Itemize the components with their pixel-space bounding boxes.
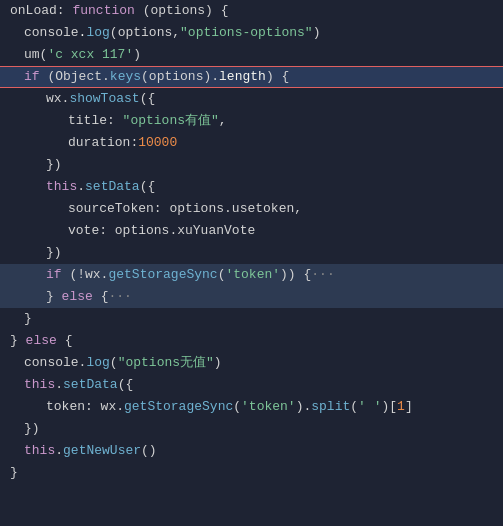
token-plain: ) — [313, 22, 321, 44]
token-plain: }) — [24, 418, 40, 440]
code-line-12[interactable]: }) — [0, 242, 503, 264]
token-string: ' ' — [358, 396, 381, 418]
token-method: getStorageSync — [108, 264, 217, 286]
token-property: length — [219, 66, 266, 88]
token-plain: wx. — [46, 88, 69, 110]
code-line-17[interactable]: console.log("options无值") — [0, 352, 503, 374]
token-plain: (Object. — [40, 66, 110, 88]
token-keyword: this — [24, 440, 55, 462]
token-keyword: else — [62, 286, 93, 308]
code-line-7[interactable]: duration:10000 — [0, 132, 503, 154]
token-keyword: if — [46, 264, 62, 286]
code-line-13[interactable]: if (!wx.getStorageSync('token')) {··· — [0, 264, 503, 286]
token-number: 1 — [397, 396, 405, 418]
token-keyword: this — [46, 176, 77, 198]
code-line-22[interactable]: } — [0, 462, 503, 484]
token-plain: ( — [350, 396, 358, 418]
token-plain: um( — [24, 44, 47, 66]
token-plain: { — [93, 286, 109, 308]
token-ellipsis: ··· — [311, 264, 334, 286]
code-line-3[interactable]: um('c xcx 117') — [0, 44, 503, 66]
token-plain: ) — [214, 352, 222, 374]
token-plain: (options, — [110, 22, 180, 44]
token-plain: ). — [296, 396, 312, 418]
code-line-18[interactable]: this.setData({ — [0, 374, 503, 396]
code-line-19[interactable]: token: wx.getStorageSync('token').split(… — [0, 396, 503, 418]
token-plain: ( — [233, 396, 241, 418]
token-plain: } — [46, 286, 62, 308]
token-keyword: this — [24, 374, 55, 396]
token-plain: . — [77, 176, 85, 198]
token-string: "options-options" — [180, 22, 313, 44]
token-plain: } — [24, 308, 32, 330]
token-plain: ({ — [118, 374, 134, 396]
token-plain: ( — [110, 352, 118, 374]
code-line-11[interactable]: vote: options.xuYuanVote — [0, 220, 503, 242]
code-line-10[interactable]: sourceToken: options.usetoken, — [0, 198, 503, 220]
token-string: 'c xcx 117' — [47, 44, 133, 66]
token-string: "options有值" — [123, 110, 219, 132]
code-line-8[interactable]: }) — [0, 154, 503, 176]
token-plain: title: — [68, 110, 123, 132]
token-plain: , — [219, 110, 227, 132]
token-plain: ] — [405, 396, 413, 418]
token-method: getStorageSync — [124, 396, 233, 418]
code-line-15[interactable]: } — [0, 308, 503, 330]
token-string: 'token' — [225, 264, 280, 286]
token-plain: token: wx. — [46, 396, 124, 418]
token-plain: vote: options.xuYuanVote — [68, 220, 255, 242]
token-plain: () — [141, 440, 157, 462]
code-line-20[interactable]: }) — [0, 418, 503, 440]
token-plain: ({ — [140, 88, 156, 110]
token-plain: onLoad: — [10, 0, 72, 22]
code-line-5[interactable]: wx.showToast({ — [0, 88, 503, 110]
token-string: 'token' — [241, 396, 296, 418]
token-plain: ( — [218, 264, 226, 286]
token-method: split — [311, 396, 350, 418]
token-ellipsis: ··· — [108, 286, 131, 308]
code-line-6[interactable]: title: "options有值", — [0, 110, 503, 132]
token-plain: (options) { — [135, 0, 229, 22]
token-method: showToast — [69, 88, 139, 110]
token-keyword: function — [72, 0, 134, 22]
token-plain: ) { — [266, 66, 289, 88]
token-keyword: if — [24, 66, 40, 88]
token-plain: } — [10, 330, 26, 352]
code-editor: onLoad: function (options) {console.log(… — [0, 0, 503, 526]
code-line-21[interactable]: this.getNewUser() — [0, 440, 503, 462]
token-plain: console. — [24, 352, 86, 374]
token-method: setData — [85, 176, 140, 198]
token-plain: } — [10, 462, 18, 484]
token-plain: sourceToken: options.usetoken, — [68, 198, 302, 220]
token-method: getNewUser — [63, 440, 141, 462]
code-line-16[interactable]: } else { — [0, 330, 503, 352]
code-line-4[interactable]: if (Object.keys(options).length) { — [0, 66, 503, 88]
code-line-1[interactable]: onLoad: function (options) { — [0, 0, 503, 22]
token-keyword: else — [26, 330, 57, 352]
token-method: log — [86, 22, 109, 44]
token-plain: . — [55, 440, 63, 462]
token-plain: }) — [46, 242, 62, 264]
token-plain: (!wx. — [62, 264, 109, 286]
token-punctuation: . — [79, 22, 87, 44]
token-plain: ) — [133, 44, 141, 66]
token-plain: . — [55, 374, 63, 396]
token-plain: ({ — [140, 176, 156, 198]
token-string: "options无值" — [118, 352, 214, 374]
token-plain: )[ — [382, 396, 398, 418]
token-plain: { — [57, 330, 73, 352]
code-line-9[interactable]: this.setData({ — [0, 176, 503, 198]
token-number: 10000 — [138, 132, 177, 154]
code-line-14[interactable]: } else {··· — [0, 286, 503, 308]
token-plain: console — [24, 22, 79, 44]
token-plain: duration: — [68, 132, 138, 154]
token-plain: (options). — [141, 66, 219, 88]
token-plain: }) — [46, 154, 62, 176]
token-method: keys — [110, 66, 141, 88]
token-plain: )) { — [280, 264, 311, 286]
code-line-2[interactable]: console.log(options,"options-options") — [0, 22, 503, 44]
token-method: log — [86, 352, 109, 374]
token-method: setData — [63, 374, 118, 396]
